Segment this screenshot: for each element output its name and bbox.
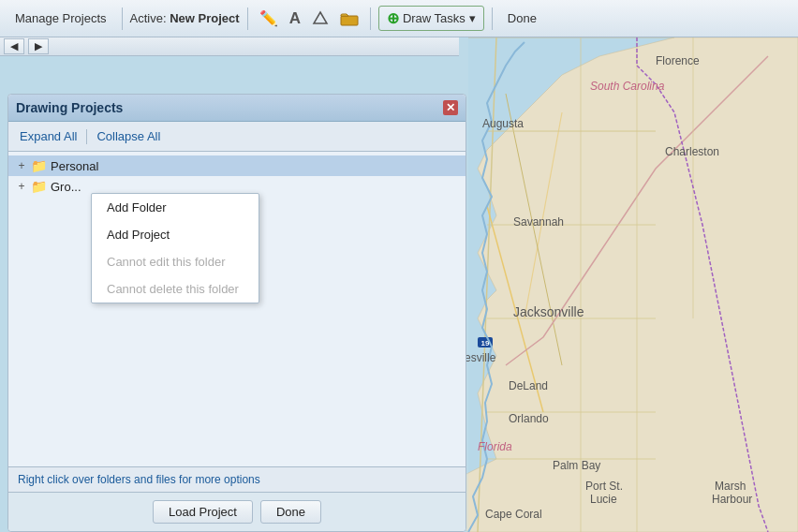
load-project-button[interactable]: Load Project [153,500,253,524]
active-project-name: New Project [170,11,239,25]
sub-toolbar: ◀ ▶ [0,37,459,56]
manage-projects-button[interactable]: Manage Projects [7,8,114,28]
panel-done-button[interactable]: Done [260,500,321,524]
tree-expand-icon-personal: + [16,159,27,172]
folder-svg [340,11,359,26]
folder-icon-button[interactable] [336,9,362,28]
context-menu: Add FolderAdd ProjectCannot edit this fo… [91,193,259,303]
separator-4 [492,7,493,30]
folder-icon-personal: 📁 [31,158,47,173]
collapse-all-button[interactable]: Collapse All [93,127,164,145]
folder-icon-group: 📁 [31,179,47,194]
ctx-item-3: Cannot delete this folder [92,275,259,303]
tree-item-personal[interactable]: + 📁 Personal [8,155,466,176]
panel-status: Right click over folders and files for m… [8,466,466,492]
sub-toolbar-next-button[interactable]: ▶ [28,38,49,54]
sub-toolbar-prev-button[interactable]: ◀ [4,38,24,54]
map-area: 19 Florence South Carolina Augusta Charl… [0,37,798,532]
ctx-item-1[interactable]: Add Project [92,221,259,248]
expand-all-button[interactable]: Expand All [16,127,81,145]
shape-icon-button[interactable] [308,8,332,29]
text-icon-button[interactable]: A [286,7,304,30]
tree-label-group: Gro... [51,180,81,194]
panel-toolbar: Expand All Collapse All [8,122,466,152]
draw-tasks-dropdown-icon: ▾ [469,11,476,25]
panel-header: Drawing Projects ✕ [8,95,466,122]
ctx-item-2: Cannot edit this folder [92,248,259,275]
panel-footer: Load Project Done [8,492,466,531]
toolbar-done-button[interactable]: Done [500,8,544,28]
separator-3 [370,7,371,30]
draw-tasks-label: Draw Tasks [403,11,466,25]
shape-svg [312,10,329,27]
tree-label-personal: Personal [51,159,98,173]
panel-title: Drawing Projects [16,100,123,115]
tree-expand-icon-group: + [16,180,27,193]
edit-icon-button[interactable]: ✏️ [256,7,282,29]
svg-marker-0 [314,12,327,23]
active-label: Active: New Project [130,11,240,25]
draw-tasks-button[interactable]: ⊕ Draw Tasks ▾ [378,6,484,31]
svg-rect-1 [341,16,358,25]
panel-close-button[interactable]: ✕ [443,100,458,115]
tree-area[interactable]: + 📁 Personal + 📁 Gro... Add FolderAdd Pr… [8,152,466,466]
separator-1 [122,7,123,30]
panel-status-text: Right click over folders and files for m… [18,473,260,486]
draw-tasks-plus-icon: ⊕ [387,9,399,27]
drawing-projects-panel: Drawing Projects ✕ Expand All Collapse A… [7,94,466,532]
panel-toolbar-separator [86,129,87,144]
separator-2 [247,7,248,30]
ctx-item-0[interactable]: Add Folder [92,194,259,221]
